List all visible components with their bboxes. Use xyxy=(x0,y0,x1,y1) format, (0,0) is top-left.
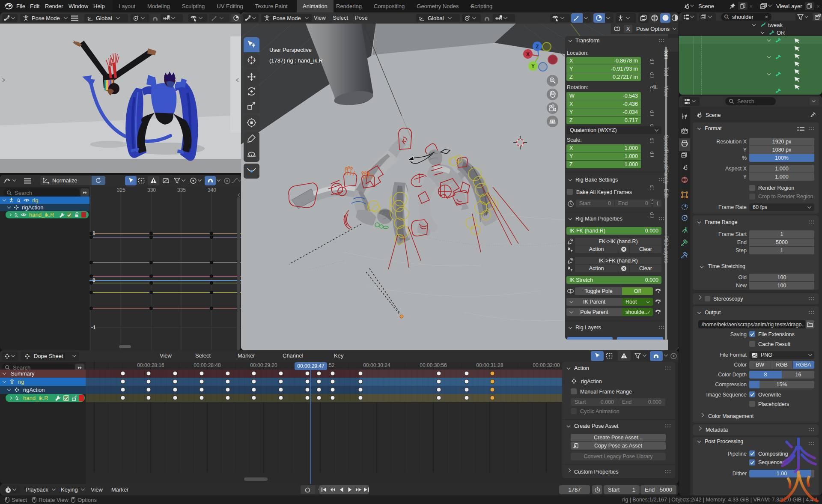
svg-text:Y: Y xyxy=(531,63,535,69)
svg-text:00:00:29:47: 00:00:29:47 xyxy=(297,363,325,369)
svg-text:340: 340 xyxy=(208,187,216,193)
svg-text:00:00:30:24: 00:00:30:24 xyxy=(363,362,390,368)
svg-text:335: 335 xyxy=(177,187,186,193)
svg-text:325: 325 xyxy=(117,187,125,193)
svg-text:00:00:31:28: 00:00:31:28 xyxy=(476,362,503,368)
svg-text:X: X xyxy=(526,51,530,57)
svg-text:00:00:28:48: 00:00:28:48 xyxy=(194,362,221,368)
svg-text:1: 1 xyxy=(92,230,95,236)
svg-text:00:00:29:20: 00:00:29:20 xyxy=(250,362,277,368)
svg-text:00:00:28:16: 00:00:28:16 xyxy=(137,362,164,368)
svg-text:00:00:30:56: 00:00:30:56 xyxy=(420,362,447,368)
svg-text:00:00:32:00: 00:00:32:00 xyxy=(533,362,560,368)
svg-text:0: 0 xyxy=(92,277,95,283)
svg-text:Z: Z xyxy=(536,44,539,50)
svg-text:330: 330 xyxy=(147,187,156,193)
svg-text::52: :52 xyxy=(328,362,335,368)
svg-text:-1: -1 xyxy=(91,325,96,331)
